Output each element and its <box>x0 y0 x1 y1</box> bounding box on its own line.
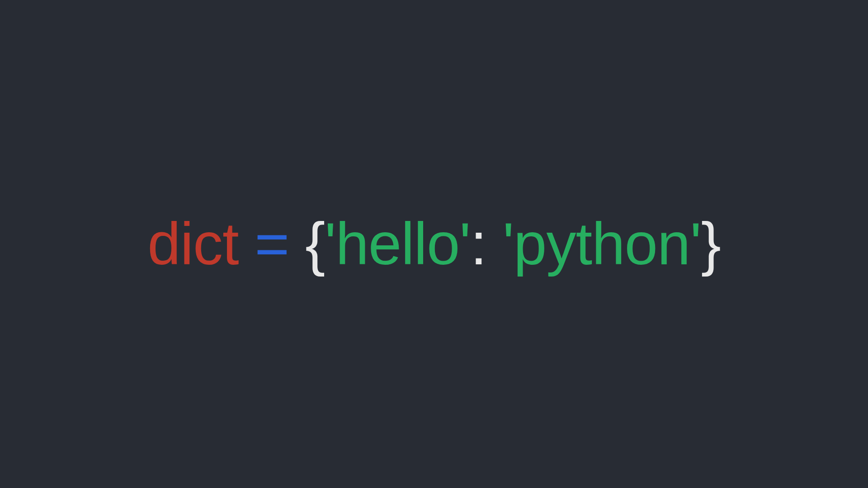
space <box>486 211 503 277</box>
token-brace-open: { <box>305 211 325 277</box>
token-brace-close: } <box>701 211 721 277</box>
code-line: dict = {'hello': 'python'} <box>147 214 720 274</box>
token-variable: dict <box>147 211 238 277</box>
token-string-value: 'python' <box>503 211 701 277</box>
space <box>289 211 305 277</box>
token-operator: = <box>255 211 289 277</box>
token-string-key: 'hello' <box>325 211 470 277</box>
space <box>239 211 255 277</box>
token-colon: : <box>471 211 487 277</box>
